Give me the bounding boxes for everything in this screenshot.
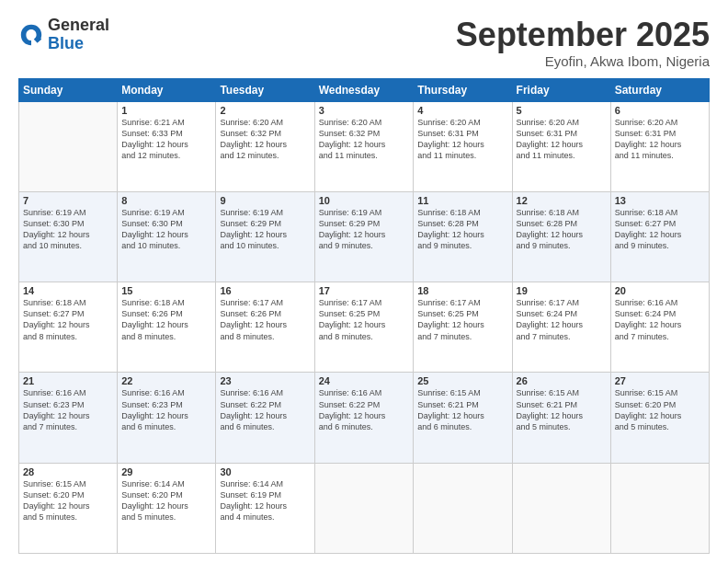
calendar-week-2: 14Sunrise: 6:18 AMSunset: 6:27 PMDayligh…	[19, 282, 710, 373]
calendar-cell: 22Sunrise: 6:16 AMSunset: 6:23 PMDayligh…	[118, 373, 216, 463]
day-number: 6	[615, 105, 705, 116]
day-number: 3	[319, 105, 410, 116]
day-number: 28	[23, 466, 113, 477]
day-info: Sunrise: 6:19 AMSunset: 6:30 PMDaylight:…	[121, 207, 211, 252]
day-info: Sunrise: 6:20 AMSunset: 6:32 PMDaylight:…	[220, 117, 310, 162]
calendar-cell: 27Sunrise: 6:15 AMSunset: 6:20 PMDayligh…	[610, 373, 709, 463]
calendar-cell: 24Sunrise: 6:16 AMSunset: 6:22 PMDayligh…	[314, 373, 414, 463]
calendar-cell: 3Sunrise: 6:20 AMSunset: 6:32 PMDaylight…	[314, 101, 414, 191]
calendar-cell: 5Sunrise: 6:20 AMSunset: 6:31 PMDaylight…	[512, 101, 610, 191]
header-tuesday: Tuesday	[216, 78, 314, 101]
day-info: Sunrise: 6:20 AMSunset: 6:31 PMDaylight:…	[417, 117, 507, 162]
day-number: 14	[23, 285, 113, 296]
day-number: 24	[319, 375, 410, 386]
day-number: 9	[220, 195, 310, 206]
day-info: Sunrise: 6:18 AMSunset: 6:27 PMDaylight:…	[615, 207, 705, 252]
calendar-cell: 21Sunrise: 6:16 AMSunset: 6:23 PMDayligh…	[19, 373, 118, 463]
calendar-cell: 10Sunrise: 6:19 AMSunset: 6:29 PMDayligh…	[314, 191, 414, 282]
subtitle: Eyofin, Akwa Ibom, Nigeria	[456, 53, 710, 69]
logo-icon	[18, 22, 44, 48]
logo-blue: Blue	[48, 35, 109, 53]
day-number: 7	[23, 195, 113, 206]
day-info: Sunrise: 6:15 AMSunset: 6:21 PMDaylight:…	[417, 387, 507, 432]
calendar-cell: 25Sunrise: 6:15 AMSunset: 6:21 PMDayligh…	[414, 373, 512, 463]
calendar-cell: 2Sunrise: 6:20 AMSunset: 6:32 PMDaylight…	[216, 101, 314, 191]
calendar-cell: 17Sunrise: 6:17 AMSunset: 6:25 PMDayligh…	[314, 282, 414, 373]
day-number: 4	[417, 105, 507, 116]
day-number: 15	[121, 285, 211, 296]
day-number: 21	[23, 375, 113, 386]
logo-general: General	[48, 17, 109, 35]
day-info: Sunrise: 6:16 AMSunset: 6:22 PMDaylight:…	[319, 387, 410, 432]
day-info: Sunrise: 6:21 AMSunset: 6:33 PMDaylight:…	[121, 117, 211, 162]
day-info: Sunrise: 6:20 AMSunset: 6:31 PMDaylight:…	[517, 117, 607, 162]
day-info: Sunrise: 6:14 AMSunset: 6:19 PMDaylight:…	[220, 478, 310, 523]
day-number: 18	[417, 285, 507, 296]
header: General Blue September 2025 Eyofin, Akwa…	[18, 17, 710, 69]
logo-text: General Blue	[48, 17, 109, 53]
calendar-cell: 11Sunrise: 6:18 AMSunset: 6:28 PMDayligh…	[414, 191, 512, 282]
day-number: 16	[220, 285, 310, 296]
day-info: Sunrise: 6:17 AMSunset: 6:25 PMDaylight:…	[417, 297, 507, 342]
page: General Blue September 2025 Eyofin, Akwa…	[0, 0, 728, 563]
calendar-week-3: 21Sunrise: 6:16 AMSunset: 6:23 PMDayligh…	[19, 373, 710, 463]
day-number: 25	[417, 375, 507, 386]
title-block: September 2025 Eyofin, Akwa Ibom, Nigeri…	[456, 17, 710, 69]
logo: General Blue	[18, 17, 109, 53]
calendar-cell: 23Sunrise: 6:16 AMSunset: 6:22 PMDayligh…	[216, 373, 314, 463]
calendar-cell: 20Sunrise: 6:16 AMSunset: 6:24 PMDayligh…	[610, 282, 709, 373]
calendar-cell: 15Sunrise: 6:18 AMSunset: 6:26 PMDayligh…	[118, 282, 216, 373]
header-thursday: Thursday	[414, 78, 512, 101]
day-info: Sunrise: 6:18 AMSunset: 6:26 PMDaylight:…	[121, 297, 211, 342]
calendar-cell: 8Sunrise: 6:19 AMSunset: 6:30 PMDaylight…	[118, 191, 216, 282]
day-info: Sunrise: 6:15 AMSunset: 6:20 PMDaylight:…	[23, 478, 113, 523]
calendar-week-0: 1Sunrise: 6:21 AMSunset: 6:33 PMDaylight…	[19, 101, 710, 191]
day-number: 2	[220, 105, 310, 116]
day-info: Sunrise: 6:19 AMSunset: 6:29 PMDaylight:…	[319, 207, 410, 252]
day-info: Sunrise: 6:20 AMSunset: 6:32 PMDaylight:…	[319, 117, 410, 162]
day-number: 10	[319, 195, 410, 206]
day-number: 26	[517, 375, 607, 386]
calendar-cell	[314, 463, 414, 553]
day-number: 30	[220, 466, 310, 477]
calendar-header-row: Sunday Monday Tuesday Wednesday Thursday…	[19, 78, 710, 101]
day-number: 8	[121, 195, 211, 206]
calendar-cell: 14Sunrise: 6:18 AMSunset: 6:27 PMDayligh…	[19, 282, 118, 373]
day-info: Sunrise: 6:17 AMSunset: 6:26 PMDaylight:…	[220, 297, 310, 342]
calendar-cell	[19, 101, 118, 191]
day-number: 17	[319, 285, 410, 296]
calendar-cell	[414, 463, 512, 553]
day-number: 11	[417, 195, 507, 206]
calendar-cell: 9Sunrise: 6:19 AMSunset: 6:29 PMDaylight…	[216, 191, 314, 282]
calendar-cell: 18Sunrise: 6:17 AMSunset: 6:25 PMDayligh…	[414, 282, 512, 373]
calendar-cell: 13Sunrise: 6:18 AMSunset: 6:27 PMDayligh…	[610, 191, 709, 282]
calendar-cell: 19Sunrise: 6:17 AMSunset: 6:24 PMDayligh…	[512, 282, 610, 373]
day-number: 23	[220, 375, 310, 386]
calendar-cell: 1Sunrise: 6:21 AMSunset: 6:33 PMDaylight…	[118, 101, 216, 191]
day-number: 1	[121, 105, 211, 116]
calendar-cell	[512, 463, 610, 553]
calendar-cell: 6Sunrise: 6:20 AMSunset: 6:31 PMDaylight…	[610, 101, 709, 191]
day-info: Sunrise: 6:16 AMSunset: 6:23 PMDaylight:…	[121, 387, 211, 432]
day-number: 19	[517, 285, 607, 296]
header-saturday: Saturday	[610, 78, 709, 101]
day-info: Sunrise: 6:17 AMSunset: 6:24 PMDaylight:…	[517, 297, 607, 342]
calendar: Sunday Monday Tuesday Wednesday Thursday…	[18, 78, 710, 554]
day-info: Sunrise: 6:15 AMSunset: 6:21 PMDaylight:…	[517, 387, 607, 432]
day-info: Sunrise: 6:18 AMSunset: 6:28 PMDaylight:…	[417, 207, 507, 252]
day-number: 20	[615, 285, 705, 296]
header-friday: Friday	[512, 78, 610, 101]
day-info: Sunrise: 6:17 AMSunset: 6:25 PMDaylight:…	[319, 297, 410, 342]
day-number: 29	[121, 466, 211, 477]
header-monday: Monday	[118, 78, 216, 101]
day-number: 13	[615, 195, 705, 206]
calendar-cell: 28Sunrise: 6:15 AMSunset: 6:20 PMDayligh…	[19, 463, 118, 553]
day-info: Sunrise: 6:18 AMSunset: 6:27 PMDaylight:…	[23, 297, 113, 342]
day-number: 5	[517, 105, 607, 116]
calendar-cell: 16Sunrise: 6:17 AMSunset: 6:26 PMDayligh…	[216, 282, 314, 373]
day-info: Sunrise: 6:16 AMSunset: 6:22 PMDaylight:…	[220, 387, 310, 432]
day-info: Sunrise: 6:16 AMSunset: 6:23 PMDaylight:…	[23, 387, 113, 432]
calendar-cell: 30Sunrise: 6:14 AMSunset: 6:19 PMDayligh…	[216, 463, 314, 553]
calendar-week-1: 7Sunrise: 6:19 AMSunset: 6:30 PMDaylight…	[19, 191, 710, 282]
day-info: Sunrise: 6:19 AMSunset: 6:29 PMDaylight:…	[220, 207, 310, 252]
